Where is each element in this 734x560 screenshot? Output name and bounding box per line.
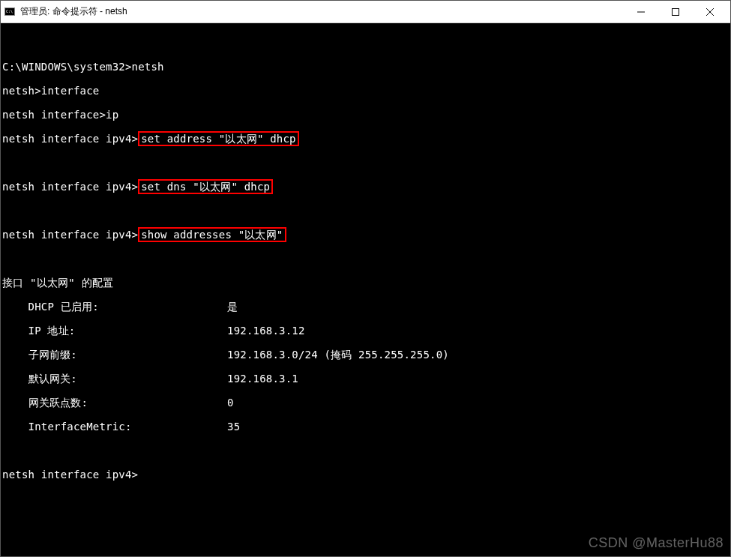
prompt: netsh interface ipv4> bbox=[2, 229, 138, 241]
config-value: 192.168.3.1 bbox=[227, 373, 298, 385]
window-controls bbox=[624, 1, 727, 23]
config-label: 默认网关: bbox=[2, 373, 227, 385]
command-text: netsh bbox=[132, 61, 164, 73]
config-label: InterfaceMetric: bbox=[2, 421, 227, 433]
config-value: 是 bbox=[227, 301, 238, 313]
config-header: 接口 "以太网" 的配置 bbox=[2, 277, 729, 289]
config-value: 35 bbox=[227, 421, 240, 433]
terminal-line bbox=[2, 157, 729, 169]
command-text: interface bbox=[41, 85, 100, 97]
config-value: 192.168.3.12 bbox=[227, 325, 305, 337]
prompt: netsh interface ipv4> bbox=[2, 181, 138, 193]
config-row: InterfaceMetric:35 bbox=[2, 421, 729, 433]
prompt: netsh> bbox=[2, 85, 41, 97]
terminal-line bbox=[2, 205, 729, 217]
config-row: 网关跃点数:0 bbox=[2, 397, 729, 409]
terminal-line: netsh interface ipv4> bbox=[2, 469, 729, 481]
terminal-line: netsh interface ipv4>set address "以太网" d… bbox=[2, 133, 729, 145]
config-value: 0 bbox=[227, 397, 234, 409]
prompt: C:\WINDOWS\system32> bbox=[2, 61, 132, 73]
prompt: netsh interface> bbox=[2, 109, 106, 121]
prompt: netsh interface ipv4> bbox=[2, 133, 138, 145]
highlighted-command: show addresses "以太网" bbox=[138, 227, 286, 242]
config-row: DHCP 已启用:是 bbox=[2, 301, 729, 313]
config-label: DHCP 已启用: bbox=[2, 301, 227, 313]
config-row: IP 地址:192.168.3.12 bbox=[2, 325, 729, 337]
highlighted-command: set dns "以太网" dhcp bbox=[138, 179, 273, 194]
highlighted-command: set address "以太网" dhcp bbox=[138, 131, 299, 146]
minimize-button[interactable] bbox=[624, 1, 658, 23]
app-icon bbox=[4, 6, 16, 18]
terminal-line: netsh interface>ip bbox=[2, 109, 729, 121]
maximize-button[interactable] bbox=[658, 1, 693, 23]
config-value: 192.168.3.0/24 (掩码 255.255.255.0) bbox=[227, 349, 449, 361]
terminal-line: netsh>interface bbox=[2, 85, 729, 97]
svg-rect-1 bbox=[673, 8, 679, 15]
terminal-body[interactable]: C:\WINDOWS\system32>netsh netsh>interfac… bbox=[1, 23, 730, 556]
config-label: IP 地址: bbox=[2, 325, 227, 337]
terminal-line bbox=[2, 445, 729, 457]
config-label: 子网前缀: bbox=[2, 349, 227, 361]
close-button[interactable] bbox=[693, 1, 727, 23]
terminal-window: 管理员: 命令提示符 - netsh C:\WINDOWS\system32>n… bbox=[0, 0, 731, 557]
terminal-line: netsh interface ipv4>show addresses "以太网… bbox=[2, 229, 729, 241]
command-text: ip bbox=[106, 109, 118, 121]
window-title: 管理员: 命令提示符 - netsh bbox=[20, 5, 624, 18]
config-row: 子网前缀:192.168.3.0/24 (掩码 255.255.255.0) bbox=[2, 349, 729, 361]
config-label: 网关跃点数: bbox=[2, 397, 227, 409]
watermark: CSDN @MasterHu88 bbox=[589, 535, 724, 551]
terminal-line bbox=[2, 37, 729, 49]
terminal-line bbox=[2, 253, 729, 265]
prompt: netsh interface ipv4> bbox=[2, 469, 138, 481]
terminal-line: C:\WINDOWS\system32>netsh bbox=[2, 61, 729, 73]
titlebar: 管理员: 命令提示符 - netsh bbox=[1, 1, 730, 23]
config-row: 默认网关:192.168.3.1 bbox=[2, 373, 729, 385]
terminal-line: netsh interface ipv4>set dns "以太网" dhcp bbox=[2, 181, 729, 193]
